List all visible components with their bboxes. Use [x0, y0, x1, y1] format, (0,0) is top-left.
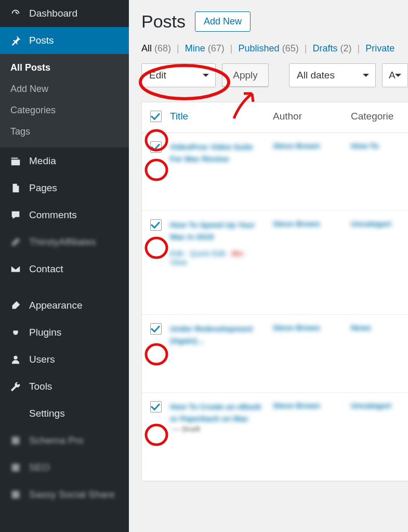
sidebar-item-label: Users [29, 354, 55, 366]
status-badge: — Draft [172, 424, 200, 433]
table-row: VideoProc Video Suite For Mac ReviewStev… [142, 133, 408, 211]
filter-mine[interactable]: Mine (67) [185, 43, 227, 54]
generic-icon [9, 488, 22, 501]
mail-icon [9, 263, 22, 275]
row-checkbox[interactable] [150, 219, 162, 231]
plug-icon [9, 326, 22, 339]
apply-button[interactable]: Apply [222, 63, 269, 87]
table-row: How To Create an eBook or Paperback on M… [142, 393, 408, 481]
post-category-link[interactable]: Uncategori [351, 219, 391, 228]
bulk-action-select[interactable]: Edit [141, 63, 216, 87]
main-content: Posts Add New All (68) | Mine (67) | Pub… [129, 0, 408, 532]
table-row: How To Speed Up Your Mac in 2019Edit · Q… [142, 211, 408, 315]
date-filter-select[interactable]: All dates [289, 63, 376, 87]
media-icon [9, 155, 22, 167]
sidebar-subitem-tags[interactable]: Tags [0, 121, 129, 142]
sidebar-item-tools[interactable]: Tools [0, 373, 129, 400]
row-checkbox[interactable] [150, 141, 162, 153]
column-header-title[interactable]: Title [170, 102, 269, 132]
sidebar-subitem-add-new[interactable]: Add New [0, 78, 129, 100]
posts-table: Title Author Categorie VideoProc Video S… [141, 102, 408, 482]
sidebar-item-schema[interactable]: Schema Pro [0, 427, 129, 454]
sidebar-item-plugins[interactable]: Plugins [0, 319, 129, 346]
row-actions[interactable]: Edit · Quick Edit · Bin · View [170, 249, 265, 267]
column-header-category[interactable]: Categorie [347, 102, 408, 130]
sidebar-item-label: Tools [29, 381, 52, 393]
sidebar-item-label: Plugins [29, 327, 61, 339]
wrench-icon [9, 380, 22, 393]
generic-icon [9, 461, 22, 474]
brush-icon [9, 299, 22, 312]
admin-sidebar: DashboardPostsAll PostsAdd NewCategories… [0, 0, 129, 532]
sidebar-item-thirsty[interactable]: ThirstyAffiliates [0, 229, 129, 256]
sidebar-item-settings[interactable]: Settings [0, 400, 129, 427]
category-filter-select[interactable]: A [382, 63, 408, 87]
sidebar-item-label: ThirstyAffiliates [29, 236, 96, 248]
sidebar-item-comments[interactable]: Comments [0, 202, 129, 229]
user-icon [9, 353, 22, 366]
sidebar-subitem-all-posts[interactable]: All Posts [0, 57, 129, 78]
pages-icon [9, 182, 22, 194]
sidebar-item-appearance[interactable]: Appearance [0, 292, 129, 319]
post-category-link[interactable]: News [351, 323, 371, 332]
sidebar-item-dashboard[interactable]: Dashboard [0, 0, 129, 27]
sidebar-item-contact[interactable]: Contact [0, 256, 129, 283]
sidebar-subitem-categories[interactable]: Categories [0, 100, 129, 121]
sidebar-submenu-posts: All PostsAdd NewCategoriesTags [0, 54, 129, 148]
sidebar-item-label: Posts [29, 35, 54, 47]
sidebar-item-label: Sassy Social Share [29, 489, 115, 501]
select-all-checkbox[interactable] [150, 111, 162, 122]
sidebar-item-label: Schema Pro [29, 435, 84, 447]
post-author-link[interactable]: Steve Brown [273, 219, 320, 228]
sidebar-item-label: Appearance [29, 300, 82, 312]
post-title-link[interactable]: How To Create an eBook or Paperback on M… [170, 401, 265, 424]
sidebar-item-label: Pages [29, 182, 57, 194]
sidebar-item-users[interactable]: Users [0, 346, 129, 373]
generic-icon [9, 434, 22, 447]
sidebar-item-media[interactable]: Media [0, 148, 129, 175]
sidebar-item-label: SEO [29, 462, 50, 474]
add-new-button[interactable]: Add New [195, 11, 251, 32]
row-checkbox[interactable] [150, 323, 162, 335]
sidebar-item-label: Comments [29, 209, 77, 221]
post-title-link[interactable]: VideoProc Video Suite For Mac Review [170, 141, 265, 165]
sidebar-item-posts[interactable]: Posts [0, 27, 129, 54]
sidebar-item-label: Dashboard [29, 8, 77, 20]
table-row: Under Redevelopment (Again)…Steve BrownN… [142, 315, 408, 393]
post-category-link[interactable]: Uncategori [351, 401, 391, 410]
sidebar-item-label: Media [29, 155, 56, 167]
page-title: Posts [141, 11, 186, 32]
post-title-link[interactable]: How To Speed Up Your Mac in 2019 [170, 219, 265, 243]
filter-private[interactable]: Private [365, 43, 394, 54]
sidebar-item-seo[interactable]: SEO [0, 454, 129, 481]
post-author-link[interactable]: Steve Brown [273, 141, 320, 150]
table-header-row: Title Author Categorie [142, 102, 408, 133]
pin-icon [9, 34, 22, 47]
post-status-filters: All (68) | Mine (67) | Published (65) | … [141, 43, 408, 54]
sidebar-item-label: Settings [29, 408, 65, 420]
sliders-icon [9, 407, 22, 420]
column-header-author[interactable]: Author [269, 102, 347, 130]
post-category-link[interactable]: How-To [351, 141, 379, 150]
filter-published[interactable]: Published (65) [239, 43, 301, 54]
post-author-link[interactable]: Steve Brown [273, 323, 320, 332]
row-checkbox[interactable] [150, 401, 162, 413]
link-icon [9, 236, 22, 248]
filter-drafts[interactable]: Drafts (2) [312, 43, 354, 54]
sidebar-item-label: Contact [29, 263, 63, 275]
post-author-link[interactable]: Steve Brown [273, 401, 320, 410]
gauge-icon [9, 7, 22, 20]
sidebar-item-pages[interactable]: Pages [0, 175, 129, 202]
filter-all[interactable]: All (68) [141, 43, 174, 54]
sidebar-item-sassy[interactable]: Sassy Social Share [0, 481, 129, 508]
post-title-link[interactable]: Under Redevelopment (Again)… [170, 323, 265, 347]
comment-icon [9, 209, 22, 221]
